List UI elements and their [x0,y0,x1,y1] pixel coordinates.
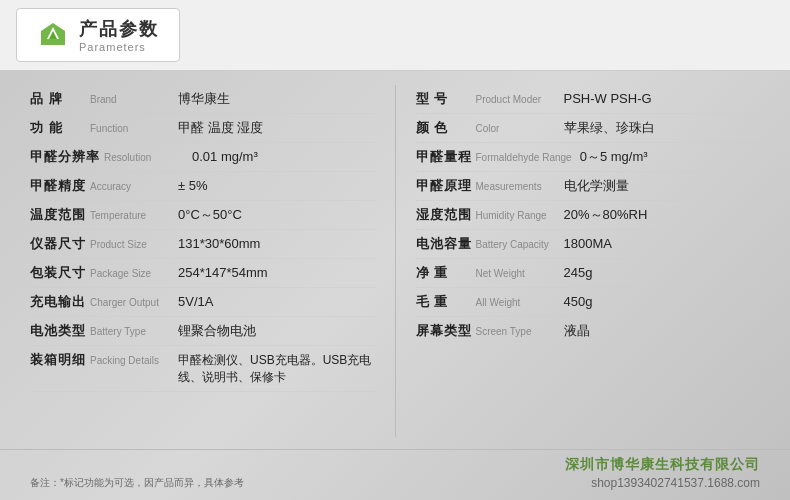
param-value: PSH-W PSH-G [564,91,761,106]
param-value: ± 5% [178,178,375,193]
param-value: 0°C～50°C [178,206,375,224]
param-value: 0.01 mg/m³ [192,149,375,164]
param-value: 245g [564,265,761,280]
right-column: 型 号 Product Moder PSH-W PSH-G 颜 色 Color … [396,85,761,437]
param-cn: 甲醛分辨率 [30,148,100,166]
param-row: 电池类型 Battery Type 锂聚合物电池 [30,317,375,346]
param-value: 131*30*60mm [178,236,375,251]
param-value: 博华康生 [178,90,375,108]
param-value: 450g [564,294,761,309]
param-value: 苹果绿、珍珠白 [564,119,761,137]
params-table: 品 牌 Brand 博华康生 功 能 Function 甲醛 温度 湿度 甲醛分… [30,85,760,437]
param-row: 品 牌 Brand 博华康生 [30,85,375,114]
page-subtitle: Parameters [79,41,159,53]
param-cn: 甲醛精度 [30,177,86,195]
param-row: 屏幕类型 Screen Type 液晶 [416,317,761,345]
param-row: 功 能 Function 甲醛 温度 湿度 [30,114,375,143]
company-shop: shop1393402741537.1688.com [591,476,760,490]
param-row: 甲醛原理 Measurements 电化学测量 [416,172,761,201]
param-cn: 净 重 [416,264,472,282]
param-en: Resolution [104,152,184,163]
param-en: Charger Output [90,297,170,308]
param-en: Packing Details [90,355,170,366]
param-en: Measurements [476,181,556,192]
param-en: All Weight [476,297,556,308]
param-cn: 屏幕类型 [416,322,472,340]
header-text: 产品参数 Parameters [79,17,159,53]
footer-note: 备注：*标记功能为可选，因产品而异，具体参考 [30,476,244,490]
left-column: 品 牌 Brand 博华康生 功 能 Function 甲醛 温度 湿度 甲醛分… [30,85,396,437]
param-value: 1800MA [564,236,761,251]
param-en: Formaldehyde Range [476,152,572,163]
param-row: 充电输出 Charger Output 5V/1A [30,288,375,317]
param-row: 型 号 Product Moder PSH-W PSH-G [416,85,761,114]
param-value: 锂聚合物电池 [178,322,375,340]
param-value: 电化学测量 [564,177,761,195]
param-en: Package Size [90,268,170,279]
param-row: 温度范围 Temperature 0°C～50°C [30,201,375,230]
footer-company: 深圳市博华康生科技有限公司 shop1393402741537.1688.com [565,456,760,490]
header: 产品参数 Parameters [0,0,790,71]
param-row: 仪器尺寸 Product Size 131*30*60mm [30,230,375,259]
param-en: Product Moder [476,94,556,105]
param-row: 颜 色 Color 苹果绿、珍珠白 [416,114,761,143]
param-cn: 包装尺寸 [30,264,86,282]
param-en: Product Size [90,239,170,250]
param-en: Screen Type [476,326,556,337]
param-value: 液晶 [564,322,761,340]
param-cn: 型 号 [416,90,472,108]
param-value: 254*147*54mm [178,265,375,280]
param-en: Accuracy [90,181,170,192]
param-en: Function [90,123,170,134]
logo-icon [37,19,69,51]
product-params-page: 产品参数 Parameters 品 牌 Brand 博华康生 功 能 Funct… [0,0,790,500]
param-cn: 电池类型 [30,322,86,340]
param-cn: 温度范围 [30,206,86,224]
footer: 备注：*标记功能为可选，因产品而异，具体参考 深圳市博华康生科技有限公司 sho… [0,449,790,500]
main-content: 品 牌 Brand 博华康生 功 能 Function 甲醛 温度 湿度 甲醛分… [0,71,790,445]
param-row: 甲醛分辨率 Resolution 0.01 mg/m³ [30,143,375,172]
param-cn: 甲醛原理 [416,177,472,195]
param-value: 20%～80%RH [564,206,761,224]
param-row: 装箱明细 Packing Details 甲醛检测仪、USB充电器。USB充电线… [30,346,375,392]
param-en: Battery Type [90,326,170,337]
param-cn: 装箱明细 [30,351,86,369]
param-cn: 甲醛量程 [416,148,472,166]
param-row: 净 重 Net Weight 245g [416,259,761,288]
param-cn: 湿度范围 [416,206,472,224]
param-row: 包装尺寸 Package Size 254*147*54mm [30,259,375,288]
header-badge: 产品参数 Parameters [16,8,180,62]
param-value: 0～5 mg/m³ [580,148,760,166]
param-en: Net Weight [476,268,556,279]
param-cn: 毛 重 [416,293,472,311]
param-cn: 品 牌 [30,90,86,108]
param-cn: 仪器尺寸 [30,235,86,253]
param-en: Temperature [90,210,170,221]
param-value: 甲醛 温度 湿度 [178,119,375,137]
param-row: 湿度范围 Humidity Range 20%～80%RH [416,201,761,230]
param-cn: 电池容量 [416,235,472,253]
param-en: Brand [90,94,170,105]
param-en: Humidity Range [476,210,556,221]
param-cn: 颜 色 [416,119,472,137]
param-value: 甲醛检测仪、USB充电器。USB充电线、说明书、保修卡 [178,352,375,386]
param-row: 甲醛量程 Formaldehyde Range 0～5 mg/m³ [416,143,761,172]
param-row: 甲醛精度 Accuracy ± 5% [30,172,375,201]
param-en: Battery Capacity [476,239,556,250]
param-cn: 充电输出 [30,293,86,311]
param-row: 电池容量 Battery Capacity 1800MA [416,230,761,259]
page-title: 产品参数 [79,17,159,41]
param-row: 毛 重 All Weight 450g [416,288,761,317]
company-name: 深圳市博华康生科技有限公司 [565,456,760,474]
param-en: Color [476,123,556,134]
param-cn: 功 能 [30,119,86,137]
param-value: 5V/1A [178,294,375,309]
